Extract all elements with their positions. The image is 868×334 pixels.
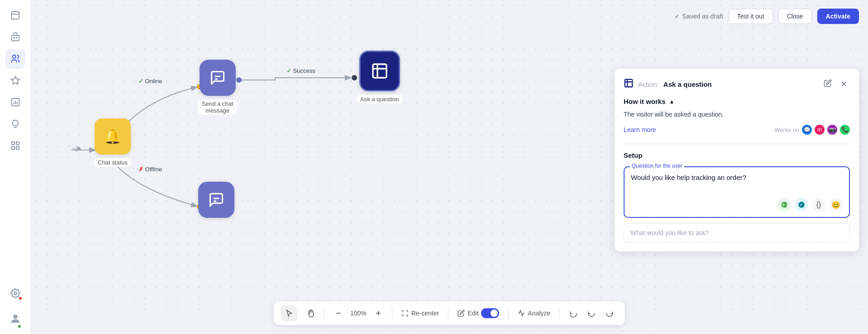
zoom-out-button[interactable] (330, 305, 347, 321)
select-tool-button[interactable] (281, 305, 297, 321)
offline-text: Offline (145, 166, 162, 173)
question-field[interactable]: Question for the user Would you like hel… (624, 166, 850, 218)
activate-button[interactable]: Activate (817, 9, 859, 24)
send-chat-offline-node[interactable] (198, 182, 234, 218)
works-on: Works on 💬 m 📷 📞 (774, 125, 850, 135)
platform-messenger-icon: 💬 (802, 125, 812, 135)
question-toolbar: {} 😊 (631, 198, 843, 212)
svg-rect-0 (11, 12, 19, 19)
svg-point-13 (13, 315, 17, 319)
offline-label: ✗ Offline (138, 166, 162, 173)
recenter-label: Re-center (411, 310, 439, 317)
chat-status-node[interactable]: 🔔 Chat status (94, 118, 131, 167)
panel-close-button[interactable]: ✕ (837, 78, 850, 90)
online-text: Online (145, 78, 162, 85)
pan-tool-button[interactable] (303, 305, 319, 321)
sidebar-item-inbox[interactable] (5, 5, 25, 25)
svg-point-19 (236, 77, 242, 83)
platform-instagram-icon: 📷 (827, 125, 837, 135)
settings-notification-dot (18, 296, 23, 301)
recenter-button[interactable]: Re-center (398, 308, 443, 319)
ask-question-node[interactable]: Ask a question (357, 51, 402, 103)
zoom-in-button[interactable] (370, 305, 386, 321)
toolbar-divider-4 (508, 307, 509, 320)
send-chat-offline-icon-box (198, 182, 234, 218)
edit-toggle[interactable]: Edit (454, 306, 503, 320)
svg-rect-2 (11, 35, 19, 41)
send-chat-label: Send a chatmessage (198, 99, 237, 115)
sidebar-item-reports[interactable] (5, 92, 25, 112)
sidebar-item-settings[interactable] (5, 283, 25, 303)
canvas-area[interactable]: ✓ Saved as draft Test it out Close Activ… (31, 0, 868, 334)
redo-button[interactable] (601, 305, 618, 321)
answer-placeholder[interactable]: What would you like to ask? (624, 223, 850, 242)
sidebar-item-contacts[interactable] (5, 49, 25, 69)
toolbar-divider-1 (324, 307, 325, 320)
works-on-label: Works on (774, 127, 799, 133)
question-text[interactable]: Would you like help tracking an order? (631, 173, 843, 194)
analyze-button[interactable]: Analyze (514, 308, 554, 319)
check-icon: ✓ (138, 78, 143, 85)
panel-title: Action: Ask a question (624, 78, 712, 90)
flow-canvas: 🔔 Chat status ✓ Online ✗ Offline Send a … (31, 33, 868, 334)
send-chat-online-node[interactable]: Send a chatmessage (198, 60, 237, 115)
learn-more-link[interactable]: Learn more (624, 126, 656, 133)
top-bar: ✓ Saved as draft Test it out Close Activ… (31, 0, 868, 33)
close-button[interactable]: Close (778, 9, 812, 24)
action-panel: Action: Ask a question ✕ How it works ▲ … (615, 69, 859, 251)
user-avatar[interactable] (5, 309, 25, 329)
setup-title: Setup (624, 151, 850, 159)
chat-status-icon-box: 🔔 (95, 118, 131, 155)
zoom-level: 100% (350, 310, 367, 317)
toolbar-divider-5 (559, 307, 560, 320)
collapse-icon: ▲ (669, 99, 675, 105)
ask-question-label: Ask a question (357, 95, 402, 103)
incoming-arrow (71, 143, 81, 154)
svg-point-12 (14, 292, 17, 295)
edit-toggle-switch[interactable] (481, 308, 499, 318)
svg-rect-11 (16, 146, 19, 149)
sidebar-item-bot[interactable] (5, 27, 25, 47)
sidebar-item-team[interactable] (5, 71, 25, 90)
sidebar-item-apps[interactable] (5, 136, 25, 155)
ask-question-icon-box (359, 51, 400, 91)
sidebar (0, 0, 31, 334)
success-check-icon: ✓ (286, 67, 291, 74)
svg-point-3 (14, 38, 14, 38)
variable-icon[interactable]: {} (812, 198, 825, 212)
toolbar-divider-3 (448, 307, 448, 320)
return-button[interactable] (565, 305, 582, 321)
panel-edit-icon[interactable] (824, 79, 832, 89)
analyze-label: Analyze (528, 310, 550, 317)
x-icon: ✗ (138, 166, 143, 173)
svg-point-4 (16, 38, 17, 38)
how-it-works-footer: Learn more Works on 💬 m 📷 📞 (624, 125, 850, 135)
sidebar-item-ideas[interactable] (5, 114, 25, 134)
svg-rect-8 (11, 142, 14, 145)
undo-button[interactable] (583, 305, 600, 321)
action-name: Ask a question (663, 80, 712, 88)
how-it-works-label: How it works (624, 98, 666, 105)
saved-draft-indicator: ✓ Saved as draft (674, 13, 723, 20)
how-it-works-toggle[interactable]: How it works ▲ (624, 98, 850, 105)
online-label: ✓ Online (138, 78, 162, 85)
canvas-toolbar: 100% Re-center Edit Analyze (274, 301, 625, 325)
saved-draft-label: Saved as draft (682, 13, 723, 20)
toolbar-divider-2 (392, 307, 392, 320)
emoji-icon[interactable]: 😊 (829, 198, 843, 212)
ai-write-icon[interactable] (795, 198, 808, 212)
panel-header: Action: Ask a question ✕ (624, 78, 850, 90)
platform-whatsapp-icon: 📞 (840, 125, 850, 135)
user-online-dot (17, 324, 22, 329)
translate-icon[interactable] (777, 198, 791, 212)
undo-redo-controls (565, 305, 618, 321)
platform-messenger2-icon: m (815, 125, 825, 135)
test-button[interactable]: Test it out (729, 9, 773, 24)
how-it-works-description: The visitor will be asked a question. (624, 110, 850, 119)
saved-check-icon: ✓ (674, 13, 680, 20)
action-prefix: Action: (638, 80, 659, 88)
send-chat-icon-box (200, 60, 236, 96)
svg-point-5 (12, 55, 15, 58)
chat-status-label: Chat status (94, 158, 131, 167)
question-field-label: Question for the user (630, 163, 684, 169)
